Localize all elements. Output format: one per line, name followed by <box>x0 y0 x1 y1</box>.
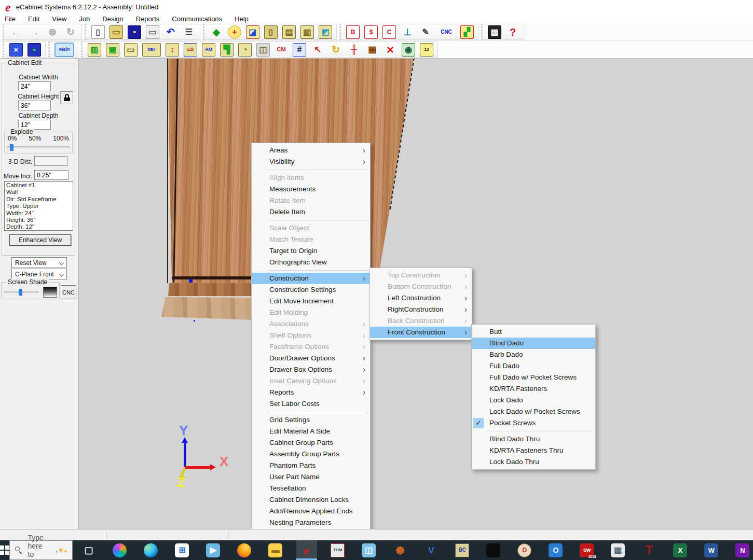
menu-view[interactable]: View <box>46 15 73 23</box>
bid-report-icon[interactable]: B <box>346 25 360 39</box>
menu-item-kd-rta-fasteners-thru[interactable]: KD/RTA Fasteners Thru <box>472 445 595 456</box>
ms-store-icon[interactable]: ⊞ <box>172 540 193 560</box>
menu-item-assembly-group-parts[interactable]: Assembly Group Parts <box>252 449 370 460</box>
ecabinet-icon[interactable]: e <box>296 540 317 560</box>
vectric-icon[interactable]: V <box>421 540 442 560</box>
menu-item-blind-dado[interactable]: Blind Dado <box>472 338 595 349</box>
save-icon[interactable]: ▪ <box>128 25 141 39</box>
task-view-icon[interactable]: ▢ <box>78 540 99 560</box>
move-incr-input[interactable] <box>34 170 69 180</box>
close-window-icon[interactable]: × <box>9 43 23 57</box>
menu-communications[interactable]: Communications <box>166 15 228 23</box>
menu-item-cabinet-dimension-locks[interactable]: Cabinet Dimension Locks <box>252 494 370 506</box>
job-tools-icon[interactable]: ⊥ <box>401 25 414 39</box>
menu-item-full-dado-w-pocket-screws[interactable]: Full Dado w/ Pocket Screws <box>472 372 595 383</box>
firefox-icon[interactable] <box>234 540 255 560</box>
menu-item-butt[interactable]: Butt <box>472 326 595 338</box>
solidworks-icon[interactable]: SW2015 <box>577 540 597 560</box>
gear-app-icon[interactable]: ☸ <box>390 540 410 560</box>
menu-item-visibility[interactable]: Visibility› <box>252 156 370 167</box>
media-player-icon[interactable]: ▶ <box>203 540 224 560</box>
dbx-drawer-icon[interactable]: DBX <box>142 43 161 57</box>
menu-item-tessellation[interactable]: Tessellation <box>252 483 370 494</box>
menu-item-front-construction[interactable]: Front Construction› <box>370 327 472 338</box>
menu-item-set-labor-costs[interactable]: Set Labor Costs <box>252 398 370 410</box>
file-explorer-icon[interactable]: ▬ <box>265 540 286 560</box>
menu-item-lock-dado-thru[interactable]: Lock Dado Thru <box>472 456 595 468</box>
menu-item-drawer-box-options[interactable]: Drawer Box Options› <box>252 364 370 375</box>
menu-item-edit-move-increment[interactable]: Edit Move Increment <box>252 296 370 307</box>
calculator-icon[interactable]: ▦ <box>608 540 628 560</box>
menu-job[interactable]: Job <box>73 15 96 23</box>
screen-shade-slider-thumb[interactable] <box>19 289 22 296</box>
menu-item-barb-dado[interactable]: Barb Dado <box>472 349 595 360</box>
cabinet-height-input[interactable] <box>18 101 51 110</box>
assembly-manager-icon[interactable]: AM <box>202 43 215 57</box>
materials-3d-icon[interactable]: ◆ <box>210 25 223 39</box>
reset-view-dropdown[interactable]: Reset View <box>11 257 67 268</box>
menu-item-user-part-name[interactable]: User Part Name <box>252 471 370 483</box>
menu-item-edit-material-a-side[interactable]: Edit Material A Side <box>252 426 370 437</box>
menu-item-areas[interactable]: Areas› <box>252 145 370 156</box>
menu-item-pocket-screws[interactable]: Pocket Screws✓ <box>472 417 595 429</box>
menu-item-construction[interactable]: Construction› <box>252 273 370 284</box>
menu-item-grid-settings[interactable]: Grid Settings <box>252 414 370 426</box>
menu-item-blind-dado-thru[interactable]: Blind Dado Thru <box>472 433 595 445</box>
proposal-doc-icon[interactable]: ✎ <box>419 25 432 39</box>
timber-t-icon[interactable]: T <box>639 540 660 560</box>
menu-item-orthographic-view[interactable]: Orthographic View <box>252 257 370 268</box>
menu-item-construction-settings[interactable]: Construction Settings <box>252 284 370 296</box>
nav-refresh-icon[interactable]: ↻ <box>64 25 77 39</box>
menu-item-full-dado[interactable]: Full Dado <box>472 360 595 372</box>
menu-item-lock-dado[interactable]: Lock Dado <box>472 395 595 406</box>
wall-cabinet-icon[interactable]: ▣ <box>106 43 119 57</box>
molding-top-icon[interactable]: ▜ <box>220 43 234 57</box>
snapshot-camera-icon[interactable]: ◉ <box>402 43 415 57</box>
menu-item-kd-rta-fasteners[interactable]: KD/RTA Fasteners <box>472 383 595 395</box>
cabinet-icon[interactable]: ▤ <box>282 25 296 39</box>
taskbar-search[interactable]: Type here to search ✦✦✦ <box>9 540 73 560</box>
menu-item-measurements[interactable]: Measurements <box>252 184 370 195</box>
screen-shade-slider-track[interactable] <box>4 291 38 293</box>
nav-forward-icon[interactable]: → <box>28 25 41 39</box>
menu-item-rightconstruction[interactable]: RightConstruction› <box>370 304 472 315</box>
shaped-part-icon[interactable]: ◔ <box>238 43 252 57</box>
excel-icon[interactable]: X <box>670 540 691 560</box>
nav-back-icon[interactable]: ← <box>9 25 23 39</box>
menu-item-door-drawer-options[interactable]: Door/Drawer Options› <box>252 353 370 364</box>
start-button[interactable] <box>0 540 9 560</box>
cabinet-width-input[interactable] <box>18 81 51 91</box>
nav-stop-icon[interactable]: ⊗ <box>46 25 59 39</box>
menu-item-delete-item[interactable]: Delete Item <box>252 206 370 218</box>
open-folder-icon[interactable]: ▭ <box>109 25 123 39</box>
cost-report-icon[interactable]: $ <box>364 25 378 39</box>
menu-help[interactable]: Help <box>228 15 255 23</box>
room-plan-icon[interactable]: ◩ <box>319 25 332 39</box>
explode-slider-track[interactable] <box>7 146 70 148</box>
door-styles-icon[interactable]: ▯ <box>264 25 278 39</box>
bc-icon[interactable]: BC <box>452 540 473 560</box>
drawer-front-icon[interactable]: ▭ <box>124 43 138 57</box>
copilot-icon[interactable] <box>109 540 130 560</box>
filmstrip-icon[interactable]: ▦ <box>488 25 501 39</box>
base-cabinet-icon[interactable]: ▥ <box>88 43 101 57</box>
measure-ruler-icon[interactable]: 12 <box>420 43 433 57</box>
layout-colored-icon[interactable]: ▞ <box>460 25 474 39</box>
cabinet-copy-icon[interactable]: ▥ <box>300 25 314 39</box>
cutlist-panel-icon[interactable]: # <box>293 43 306 57</box>
dist-3d-input[interactable] <box>34 156 67 166</box>
word-icon[interactable]: W <box>701 540 722 560</box>
cnc-output-icon[interactable]: CNC <box>437 25 456 39</box>
new-file-icon[interactable]: ▯ <box>91 25 105 39</box>
menu-item-cabinet-group-parts[interactable]: Cabinet Group Parts <box>252 437 370 449</box>
point-select-icon[interactable]: ↖ <box>311 43 324 57</box>
menu-item-nesting-parameters[interactable]: Nesting Parameters <box>252 517 370 528</box>
rotate-view-icon[interactable]: ↻ <box>329 43 343 57</box>
main-view-icon[interactable]: Main <box>55 43 74 57</box>
undo-icon[interactable]: ↶ <box>164 25 177 39</box>
help-icon[interactable]: ? <box>506 25 519 39</box>
menu-item-phantom-parts[interactable]: Phantom Parts <box>252 460 370 471</box>
menu-reports[interactable]: Reports <box>130 15 166 23</box>
custom-material-icon[interactable]: CM <box>275 43 288 57</box>
dimension-lock-button[interactable] <box>60 91 73 104</box>
